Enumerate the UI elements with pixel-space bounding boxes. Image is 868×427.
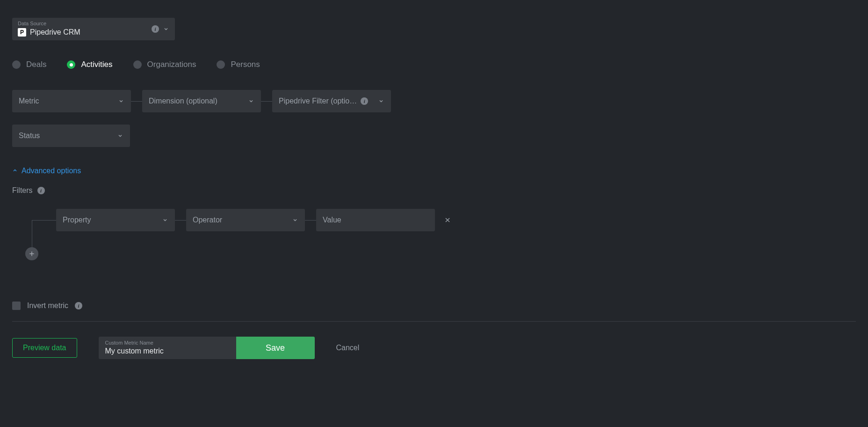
radio-persons[interactable]: Persons <box>217 60 260 69</box>
connector-line <box>305 220 316 221</box>
chevron-down-icon <box>118 98 124 104</box>
invert-metric-checkbox[interactable] <box>12 302 21 310</box>
filter-row: Property Operator <box>32 209 856 231</box>
status-select[interactable]: Status <box>12 125 130 147</box>
add-filter-button[interactable] <box>25 247 38 260</box>
filter-value-input-wrap[interactable] <box>316 209 435 231</box>
chevron-down-icon <box>292 217 298 223</box>
connector-line <box>32 220 56 221</box>
chevron-down-icon <box>378 98 384 104</box>
category-radio-group: Deals Activities Organizations Persons <box>12 60 856 69</box>
pipedrive-filter-label: Pipedrive Filter (optio… <box>279 97 357 105</box>
cancel-button[interactable]: Cancel <box>336 344 360 352</box>
radio-activities[interactable]: Activities <box>67 60 112 69</box>
status-select-label: Status <box>19 132 40 140</box>
connector-line <box>261 101 272 102</box>
info-icon[interactable]: i <box>75 302 82 309</box>
custom-metric-name-field[interactable]: Custom Metric Name <box>99 337 236 359</box>
radio-circle-icon <box>133 60 142 69</box>
metric-select-label: Metric <box>19 97 39 105</box>
cancel-button-label: Cancel <box>336 344 360 352</box>
radio-circle-icon <box>67 60 75 69</box>
invert-metric-row: Invert metric i <box>12 302 856 310</box>
invert-metric-label: Invert metric <box>27 302 68 310</box>
chevron-up-icon <box>12 167 18 175</box>
remove-filter-button[interactable] <box>443 216 452 224</box>
radio-label: Organizations <box>147 60 196 69</box>
metric-select[interactable]: Metric <box>12 90 131 112</box>
connector-line <box>175 220 186 221</box>
preview-data-label: Preview data <box>23 344 66 352</box>
filters-label: Filters <box>12 186 33 195</box>
info-icon[interactable]: i <box>37 187 45 194</box>
radio-circle-icon <box>12 60 21 69</box>
info-icon[interactable]: i <box>361 97 368 105</box>
advanced-options-label: Advanced options <box>22 167 81 175</box>
preview-data-button[interactable]: Preview data <box>12 338 77 358</box>
pipedrive-filter-select[interactable]: Pipedrive Filter (optio… i <box>272 90 391 112</box>
radio-organizations[interactable]: Organizations <box>133 60 196 69</box>
filter-operator-select[interactable]: Operator <box>186 209 305 231</box>
chevron-down-icon <box>163 26 169 32</box>
radio-deals[interactable]: Deals <box>12 60 46 69</box>
radio-circle-icon <box>217 60 225 69</box>
data-source-select[interactable]: Data Source P Pipedrive CRM i <box>12 18 175 40</box>
filter-builder: Property Operator <box>12 209 856 231</box>
name-save-group: Custom Metric Name Save <box>99 337 315 359</box>
dimension-select[interactable]: Dimension (optional) <box>142 90 261 112</box>
dimension-select-label: Dimension (optional) <box>149 97 217 105</box>
filters-header: Filters i <box>12 186 856 195</box>
advanced-options-toggle[interactable]: Advanced options <box>12 167 856 175</box>
footer-actions: Preview data Custom Metric Name Save Can… <box>12 337 856 359</box>
pipedrive-icon: P <box>18 28 26 37</box>
filter-value-input[interactable] <box>323 216 428 224</box>
connector-line <box>131 101 142 102</box>
save-button[interactable]: Save <box>236 337 315 359</box>
custom-metric-name-label: Custom Metric Name <box>105 340 153 346</box>
selector-row-2: Status <box>12 125 856 147</box>
chevron-down-icon <box>248 98 254 104</box>
chevron-down-icon <box>117 133 123 139</box>
filter-property-select[interactable]: Property <box>56 209 175 231</box>
data-source-field-label: Data Source <box>18 21 46 26</box>
filter-property-label: Property <box>63 216 91 224</box>
radio-label: Persons <box>231 60 260 69</box>
data-source-value: Pipedrive CRM <box>30 28 80 37</box>
radio-label: Deals <box>26 60 46 69</box>
selector-row-1: Metric Dimension (optional) Pipedrive Fi… <box>12 90 856 112</box>
info-icon[interactable]: i <box>152 25 159 33</box>
chevron-down-icon <box>162 217 168 223</box>
custom-metric-name-input[interactable] <box>105 347 230 355</box>
radio-label: Activities <box>81 60 112 69</box>
filter-operator-label: Operator <box>193 216 222 224</box>
save-button-label: Save <box>266 343 285 353</box>
divider <box>12 321 856 322</box>
